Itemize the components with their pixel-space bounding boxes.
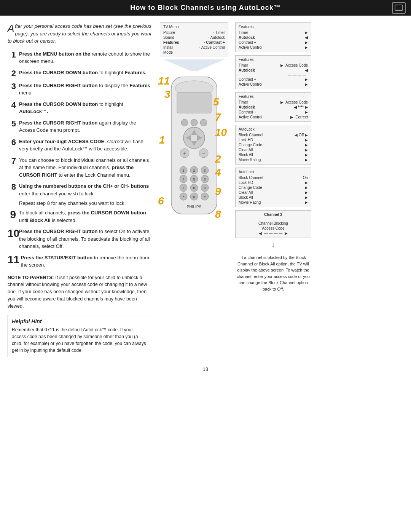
remote-num-1: 1: [159, 134, 165, 146]
svg-point-9: [191, 119, 198, 126]
tv-menu-title: TV Menu: [163, 25, 225, 29]
step-2-bold: Press the CURSOR DOWN button: [19, 70, 98, 75]
channel-menu: Channel 2 Channel Blocking Access Code ◀…: [235, 210, 311, 238]
step-9-content: To block all channels, press the CURSOR …: [19, 209, 152, 224]
svg-text:8: 8: [193, 186, 195, 190]
step-5-number: 5: [8, 119, 16, 128]
page-header: How to Block Channels using AutoLock™: [0, 0, 411, 16]
helpful-hint-text: Remember that 0711 is the default AutoLo…: [12, 326, 148, 354]
features-menu-3: Features Timer▶ Access Code Autolock◀ **…: [235, 92, 311, 122]
f2-row-3: Contrast +▶: [239, 77, 308, 82]
step-4-bold: Press the CURSOR DOWN button: [19, 101, 98, 107]
al1-row-6: Movie Rating▶: [239, 157, 308, 162]
svg-point-8: [181, 119, 188, 126]
f1-row-1: Timer▶: [239, 30, 308, 35]
step-11-bold: Press the STATUS/EXIT button: [21, 255, 93, 260]
al2-row-4: Clear All▶: [239, 190, 308, 195]
step-9-number: 9: [8, 209, 16, 221]
step-7: 7 You can choose to block individual cha…: [8, 157, 152, 179]
down-arrow: ↓: [235, 241, 311, 249]
step-10-number: 10: [8, 228, 16, 240]
note-to-parents: NOTE TO PARENTS: It isn t possible for y…: [8, 274, 152, 310]
step-2-number: 2: [8, 69, 16, 78]
channel-blocking-label: Channel Blocking: [239, 221, 308, 226]
svg-rect-7: [177, 92, 211, 113]
svg-text:6: 6: [204, 177, 206, 181]
al1-row-4: Clear All▶: [239, 147, 308, 152]
step-4: 4 Press the CURSOR DOWN button to highli…: [8, 101, 152, 115]
step-3: 3 Press the CURSOR RIGHT button to displ…: [8, 82, 152, 97]
features-3-title: Features: [239, 94, 308, 99]
step-6: 6 Enter your four-digit ACCESS CODE. Cor…: [8, 138, 152, 153]
f1-row-2: Autolock◀: [239, 35, 308, 40]
channel-title: Channel 2: [239, 212, 308, 217]
svg-point-10: [200, 119, 207, 126]
step-2: 2 Press the CURSOR DOWN button to highli…: [8, 69, 152, 78]
svg-text:3: 3: [204, 169, 206, 173]
f1-row-4: Active Control▶: [239, 45, 308, 50]
al1-row-3: Change Code▶: [239, 142, 308, 147]
right-screen-boxes: Features Timer▶ Autolock◀ Contrast +▶ Ac…: [235, 22, 311, 292]
access-code-dashes: ◀ — — — — ▶: [239, 231, 308, 236]
features-menu-1: Features Timer▶ Autolock◀ Contrast +▶ Ac…: [235, 22, 311, 52]
al2-row-2: Lock HD▶: [239, 180, 308, 185]
tv-menu-box: TV Menu Picture· Timer Sound· Autolock F…: [160, 22, 228, 57]
funnel-shape: [160, 59, 228, 71]
svg-text:PHILIPS: PHILIPS: [187, 205, 202, 209]
step-6-number: 6: [8, 138, 16, 147]
bottom-note: If a channel is blocked by the Block Cha…: [235, 254, 311, 292]
features-menu-2: Features Timer▶ Access Code Autolock◀ — …: [235, 55, 311, 89]
remote-num-6: 6: [158, 195, 164, 207]
step-11-number: 11: [8, 254, 18, 266]
step-9: 9 To block all channels, press the CURSO…: [8, 209, 152, 224]
step-8-bold: Using the numbered buttons or the CH+ or…: [19, 183, 149, 189]
autolock-1-title: AutoLock: [239, 127, 308, 131]
right-column: TV Menu Picture· Timer Sound· Autolock F…: [156, 22, 403, 357]
remote-num-3: 3: [164, 88, 170, 101]
left-column: A fter your personal access code has bee…: [8, 22, 152, 357]
step-3-bold: Press the CURSOR RIGHT button: [19, 83, 98, 88]
al2-row-1: Block ChannelOn: [239, 175, 308, 180]
remote-num-11: 11: [158, 75, 170, 87]
step-3-number: 3: [8, 82, 16, 91]
access-code-label: Access Code: [239, 226, 308, 231]
svg-text:*: *: [183, 195, 184, 199]
step-8: 8 Using the numbered buttons or the CH+ …: [8, 182, 152, 197]
step-1: 1 Press the MENU button on the remote co…: [8, 50, 152, 65]
al1-row-1: Block Channel◀ Off ▶: [239, 133, 308, 137]
helpful-hint-title: Helpful Hint: [12, 318, 148, 324]
svg-text:7: 7: [182, 186, 184, 190]
step-10-content: Press the CURSOR RIGHT button to select …: [19, 228, 152, 250]
step-5-content: Press the CURSOR RIGHT button again disp…: [19, 119, 152, 134]
tv-row-4: Install· Active Control: [163, 45, 225, 50]
f3-row-4: Active Control▶ Correct: [239, 115, 308, 120]
tv-row-2: Sound· Autolock: [163, 35, 225, 40]
f2-row-1: Timer▶ Access Code: [239, 63, 308, 68]
intro-paragraph: A fter your personal access code has bee…: [8, 22, 152, 45]
page-number: 13: [0, 365, 411, 374]
helpful-hint-box: Helpful Hint Remember that 0711 is the d…: [8, 315, 152, 357]
main-content: A fter your personal access code has bee…: [0, 16, 411, 361]
remote-num-2: 2: [215, 153, 221, 165]
step-8-number: 8: [8, 182, 16, 192]
f2-dashes: — — — —: [239, 73, 308, 77]
steps-list: 1 Press the MENU button on the remote co…: [8, 50, 152, 198]
step-4-number: 4: [8, 101, 16, 110]
remote-num-4: 4: [215, 166, 221, 179]
f1-row-3: Contrast +▶: [239, 40, 308, 45]
f2-row-4: Active Control▶: [239, 82, 308, 87]
remote-num-8: 8: [215, 208, 221, 220]
al1-row-5: Block All▶: [239, 152, 308, 157]
autolock-2-title: AutoLock: [239, 170, 308, 174]
step-10: 10 Press the CURSOR RIGHT button to sele…: [8, 228, 152, 250]
steps-continued: 9 To block all channels, press the CURSO…: [8, 209, 152, 269]
remote-control: + −: [156, 73, 232, 219]
menus-and-remote: TV Menu Picture· Timer Sound· Autolock F…: [156, 22, 232, 292]
f3-row-2: Autolock◀ **** ▶: [239, 105, 308, 110]
step-6-content: Enter your four-digit ACCESS CODE. Corre…: [19, 138, 152, 153]
tv-row-1: Picture· Timer: [163, 30, 225, 35]
svg-rect-0: [395, 5, 403, 10]
remote-num-10: 10: [215, 126, 227, 139]
al1-row-2: Lock HD▶: [239, 137, 308, 142]
f2-row-2: Autolock◀: [239, 68, 308, 73]
